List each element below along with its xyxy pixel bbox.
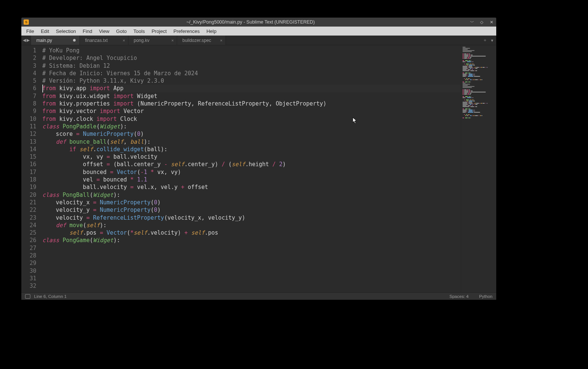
new-tab-button[interactable]: ＋: [483, 37, 487, 43]
history-back-icon[interactable]: ◀: [23, 38, 26, 43]
close-button[interactable]: ✕: [489, 19, 494, 25]
tab-close-icon[interactable]: ×: [172, 38, 174, 43]
menu-project[interactable]: Project: [148, 28, 170, 34]
code-line[interactable]: def move(self):: [42, 222, 461, 229]
minimize-button[interactable]: ﹀: [469, 19, 475, 25]
code-line[interactable]: class PongPaddle(Widget):: [42, 123, 461, 130]
menu-bar: FileEditSelectionFindViewGotoToolsProjec…: [21, 27, 496, 36]
code-line[interactable]: from kivy.vector import Vector: [42, 107, 461, 115]
dirty-indicator-icon: [73, 39, 76, 42]
tab-pong-kv[interactable]: pong.kv×: [128, 36, 177, 45]
code-line[interactable]: class PongBall(Widget):: [42, 191, 461, 199]
code-line[interactable]: vx, vy = ball.velocity: [42, 153, 461, 161]
editor-area: 1234567891011121314151617181920212223242…: [21, 45, 496, 292]
tab-label: finanzas.txt: [85, 38, 108, 43]
window-title: ~/_Kivy/Pong5000/main.py - Sublime Text …: [32, 19, 469, 25]
app-icon: S: [24, 19, 29, 25]
title-bar[interactable]: S ~/_Kivy/Pong5000/main.py - Sublime Tex…: [21, 18, 496, 27]
tab-buildozer-spec[interactable]: buildozer.spec×: [177, 36, 226, 45]
menu-selection[interactable]: Selection: [52, 28, 79, 34]
tab-bar: ◀ ▶ main.pyfinanzas.txt×pong.kv×buildoze…: [21, 36, 496, 45]
menu-file[interactable]: File: [23, 28, 37, 34]
code-line[interactable]: from kivy.uix.widget import Widget: [42, 92, 461, 100]
indent-status[interactable]: Spaces: 4: [449, 294, 469, 299]
code-line[interactable]: # Fecha de Inicio: Viernes 15 de Marzo d…: [42, 70, 461, 77]
app-window: S ~/_Kivy/Pong5000/main.py - Sublime Tex…: [21, 18, 496, 300]
code-editor[interactable]: # YoKu Pong# Developer: Angel Yocupicio#…: [40, 45, 461, 292]
code-line[interactable]: vel = bounced * 1.1: [42, 176, 461, 183]
status-bar: Line 6, Column 1 Spaces: 4 Python: [21, 292, 496, 300]
cursor-position-status[interactable]: Line 6, Column 1: [34, 294, 67, 299]
code-line[interactable]: velocity_y = NumericProperty(0): [42, 206, 461, 214]
maximize-button[interactable]: ◇: [479, 19, 484, 25]
code-line[interactable]: # YoKu Pong: [42, 47, 461, 54]
code-line[interactable]: offset = (ball.center_y - self.center_y)…: [42, 161, 461, 168]
tab-close-icon[interactable]: ×: [123, 38, 125, 43]
code-line[interactable]: ball.velocity = vel.x, vel.y + offset: [42, 183, 461, 191]
tab-label: main.py: [36, 38, 52, 43]
line-number-gutter[interactable]: 1234567891011121314151617181920212223242…: [21, 45, 40, 292]
code-line[interactable]: # Sistema: Debian 12: [42, 62, 461, 70]
code-line[interactable]: class PongGame(Widget):: [42, 237, 461, 244]
code-line[interactable]: velocity = ReferenceListProperty(velocit…: [42, 214, 461, 222]
code-line[interactable]: bounced = Vector(-1 * vx, vy): [42, 168, 461, 176]
tab-overflow-button[interactable]: ▾: [491, 38, 493, 43]
menu-help[interactable]: Help: [203, 28, 220, 34]
tab-finanzas-txt[interactable]: finanzas.txt×: [80, 36, 128, 45]
code-line[interactable]: score = NumericProperty(0): [42, 130, 461, 138]
tab-label: pong.kv: [134, 38, 149, 43]
side-panel-toggle-icon[interactable]: [25, 294, 30, 299]
code-line[interactable]: velocity_x = NumericProperty(0): [42, 199, 461, 206]
history-forward-icon[interactable]: ▶: [27, 38, 30, 43]
menu-goto[interactable]: Goto: [113, 28, 130, 34]
code-line[interactable]: self.pos = Vector(*self.velocity) + self…: [42, 229, 461, 237]
minimap[interactable]: [461, 45, 496, 292]
menu-tools[interactable]: Tools: [130, 28, 148, 34]
code-line[interactable]: def bounce_ball(self, ball):: [42, 138, 461, 146]
code-line[interactable]: # Developer: Angel Yocupicio: [42, 54, 461, 62]
menu-find[interactable]: Find: [79, 28, 96, 34]
tab-main-py[interactable]: main.py: [31, 36, 80, 45]
menu-view[interactable]: View: [96, 28, 113, 34]
menu-preferences[interactable]: Preferences: [170, 28, 203, 34]
code-line[interactable]: if self.collide_widget(ball):: [42, 146, 461, 153]
menu-edit[interactable]: Edit: [37, 28, 52, 34]
code-line[interactable]: from kivy.clock import Clock: [42, 115, 461, 123]
tab-label: buildozer.spec: [182, 38, 211, 43]
syntax-status[interactable]: Python: [479, 294, 492, 299]
tab-close-icon[interactable]: ×: [220, 38, 222, 43]
code-line[interactable]: from kivy.properties import (NumericProp…: [42, 100, 461, 107]
code-line[interactable]: # Versión: Python 3.11.x, Kivy 2.3.0: [42, 77, 461, 85]
